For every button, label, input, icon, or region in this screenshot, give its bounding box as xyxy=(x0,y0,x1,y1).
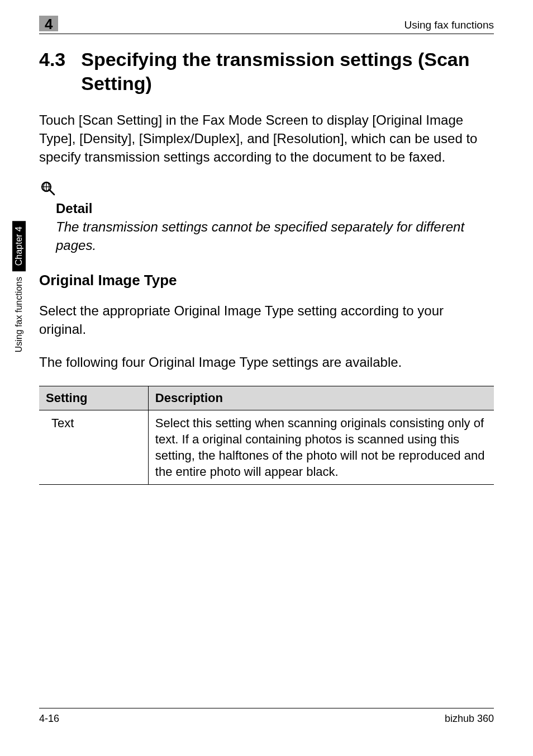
running-header-title: Using fax functions xyxy=(404,19,494,31)
table-cell-setting: Text xyxy=(39,410,148,484)
svg-line-4 xyxy=(50,190,54,195)
section-title: Specifying the transmission settings (Sc… xyxy=(81,48,494,95)
footer-page-number: 4-16 xyxy=(39,713,59,725)
intro-paragraph: Touch [Scan Setting] in the Fax Mode Scr… xyxy=(39,111,494,166)
table-header-setting: Setting xyxy=(39,386,148,410)
settings-table: Setting Description Text Select this set… xyxy=(39,386,494,485)
table-row: Text Select this setting when scanning o… xyxy=(39,410,494,484)
subsection-para-2: The following four Original Image Type s… xyxy=(39,353,494,371)
section-number: 4.3 xyxy=(39,48,65,95)
subsection-para-1: Select the appropriate Original Image Ty… xyxy=(39,301,494,338)
detail-label: Detail xyxy=(56,201,494,216)
table-header-row: Setting Description xyxy=(39,386,494,410)
chapter-number-box: 4 xyxy=(39,16,58,31)
page-content: 4 Using fax functions 4.3 Specifying the… xyxy=(0,0,533,756)
page-footer: 4-16 bizhub 360 xyxy=(39,708,494,725)
table-cell-description: Select this setting when scanning origin… xyxy=(148,410,494,484)
page-header: 4 Using fax functions xyxy=(39,16,494,34)
magnifying-glass-icon xyxy=(40,181,494,199)
subsection-heading: Original Image Type xyxy=(39,272,494,289)
detail-callout: Detail The transmission settings cannot … xyxy=(39,181,494,254)
detail-text: The transmission settings cannot be spec… xyxy=(56,218,494,254)
footer-product-name: bizhub 360 xyxy=(445,713,494,725)
section-heading: 4.3 Specifying the transmission settings… xyxy=(39,48,494,95)
table-header-description: Description xyxy=(148,386,494,410)
